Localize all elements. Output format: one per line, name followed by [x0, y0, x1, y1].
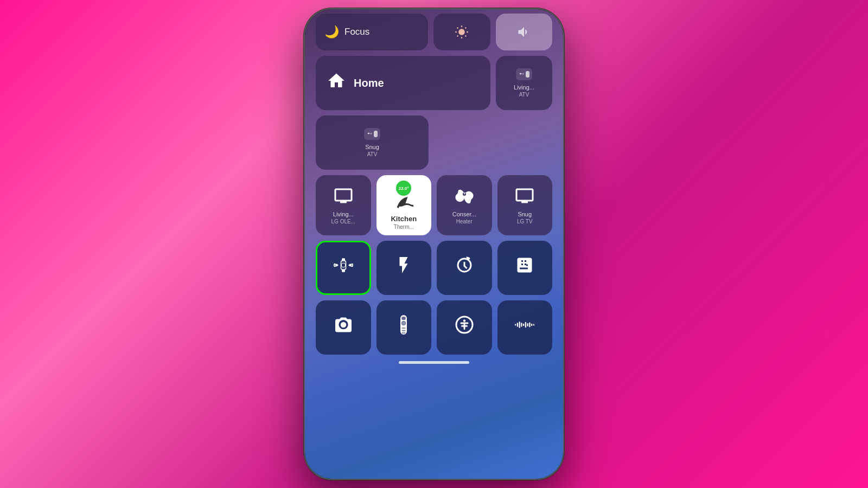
home-indicator	[399, 361, 469, 364]
living-atv-tile[interactable]: TV Living... ATV	[496, 56, 552, 110]
phone-frame: 🌙 Focus	[304, 8, 564, 480]
svg-point-23	[402, 330, 403, 331]
svg-rect-14	[342, 270, 345, 273]
svg-rect-40	[533, 324, 534, 326]
accessibility-tile[interactable]	[437, 300, 492, 355]
soundwave-icon	[515, 315, 534, 337]
crescent-icon: 🌙	[324, 25, 339, 39]
timer-tile[interactable]	[437, 241, 492, 295]
svg-point-30	[463, 320, 466, 323]
kitchen-therm-label2: Therm...	[394, 224, 414, 230]
snug-atv-label-line1: Snug	[365, 143, 379, 151]
appletv-logo-svg-2: TV	[367, 127, 374, 140]
kitchen-therm-tile[interactable]: 22.0° Kitchen Therm...	[376, 175, 432, 235]
svg-rect-35	[523, 324, 524, 326]
fan-icon	[455, 186, 474, 208]
svg-point-22	[404, 328, 405, 329]
torch-icon	[394, 255, 413, 278]
svg-rect-32	[517, 323, 518, 328]
svg-point-19	[402, 322, 406, 326]
watch-ping-icon	[334, 255, 353, 278]
svg-point-28	[404, 332, 405, 333]
svg-point-24	[403, 330, 404, 331]
living-lg-label2: LG OLE...	[331, 219, 355, 224]
brightness-tile[interactable]	[433, 14, 490, 50]
appletv-icon-2: TV	[364, 128, 380, 140]
svg-point-27	[403, 332, 404, 333]
svg-rect-37	[527, 323, 528, 326]
svg-point-21	[403, 328, 404, 329]
sun-icon	[454, 24, 469, 40]
remote-icon	[394, 315, 413, 337]
speaker-icon	[516, 24, 532, 40]
bottom-row	[316, 300, 552, 355]
snug-lg-label2: LG TV	[517, 219, 533, 224]
sound-recognition-tile[interactable]	[497, 300, 553, 355]
living-lg-tile[interactable]: Living... LG OLE...	[316, 175, 371, 235]
phone-screen: 🌙 Focus	[305, 9, 563, 479]
tv-icon	[334, 186, 353, 208]
svg-point-0	[458, 29, 465, 35]
conserv-heater-label1: Conser...	[452, 210, 476, 218]
torch-tile[interactable]	[376, 241, 432, 295]
accessibility-icon	[455, 315, 474, 337]
tv-icon-2	[515, 186, 534, 208]
svg-line-5	[457, 28, 458, 29]
svg-text:TV: TV	[522, 73, 524, 75]
focus-tile[interactable]: 🌙 Focus	[316, 14, 428, 50]
watch-ping-tile[interactable]	[316, 241, 371, 295]
kitchen-therm-label1: Kitchen	[391, 215, 417, 224]
snug-atv-label-line2: ATV	[367, 151, 378, 157]
svg-point-16	[341, 264, 346, 268]
home-tile[interactable]: Home	[316, 56, 490, 110]
svg-rect-18	[402, 317, 406, 320]
svg-point-26	[402, 332, 403, 333]
conserv-heater-label2: Heater	[456, 219, 473, 224]
home-label: Home	[354, 76, 384, 90]
svg-point-25	[404, 330, 405, 331]
top-controls-row: 🌙 Focus	[316, 14, 552, 50]
calculator-tile[interactable]	[497, 241, 553, 295]
svg-line-8	[465, 28, 467, 29]
timer-icon	[455, 255, 474, 278]
device-row: Living... LG OLE... 22.0° Kitchen Therm.…	[316, 175, 552, 235]
utility-row	[316, 241, 552, 295]
svg-point-20	[402, 328, 403, 329]
svg-line-6	[465, 36, 467, 37]
remote-tile[interactable]	[376, 300, 432, 355]
svg-text:TV: TV	[370, 133, 372, 135]
svg-line-7	[457, 36, 458, 37]
svg-rect-34	[521, 323, 522, 328]
snug-lg-tile[interactable]: Snug LG TV	[497, 175, 553, 235]
snug-lg-label1: Snug	[518, 210, 532, 218]
camera-icon	[334, 315, 353, 337]
appletv-icon: TV	[516, 68, 532, 80]
svg-rect-13	[342, 259, 345, 261]
living-atv-label-line2: ATV	[519, 92, 529, 98]
focus-label: Focus	[344, 27, 369, 37]
calculator-icon	[515, 255, 534, 278]
home-row: Home TV Living... ATV	[316, 56, 552, 170]
living-atv-label-line1: Living...	[514, 84, 534, 91]
living-lg-label1: Living...	[333, 210, 354, 218]
temp-badge: 22.0°	[396, 181, 411, 196]
home-icon	[327, 71, 346, 93]
svg-rect-33	[519, 322, 520, 328]
conserv-heater-tile[interactable]: Conser... Heater	[437, 175, 492, 235]
svg-rect-38	[529, 323, 531, 328]
svg-rect-36	[525, 322, 526, 328]
snug-atv-tile[interactable]: TV Snug ATV	[316, 115, 429, 170]
volume-tile[interactable]	[496, 14, 553, 50]
svg-rect-39	[531, 324, 532, 326]
svg-rect-31	[515, 324, 516, 326]
camera-tile[interactable]	[316, 300, 371, 355]
appletv-logo-svg: TV	[519, 68, 526, 81]
